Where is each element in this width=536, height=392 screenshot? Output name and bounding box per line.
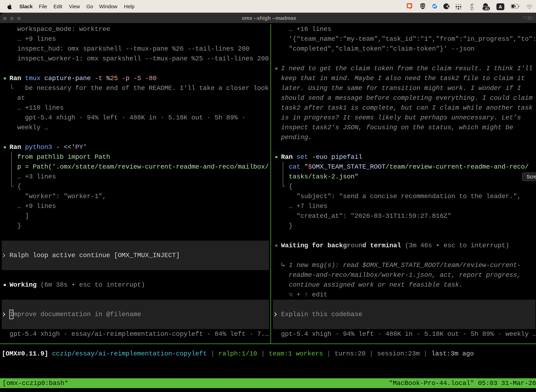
svg-text:A: A: [499, 4, 502, 9]
svg-text:1: 1: [532, 15, 534, 20]
svg-text:..61: ..61: [483, 7, 489, 10]
